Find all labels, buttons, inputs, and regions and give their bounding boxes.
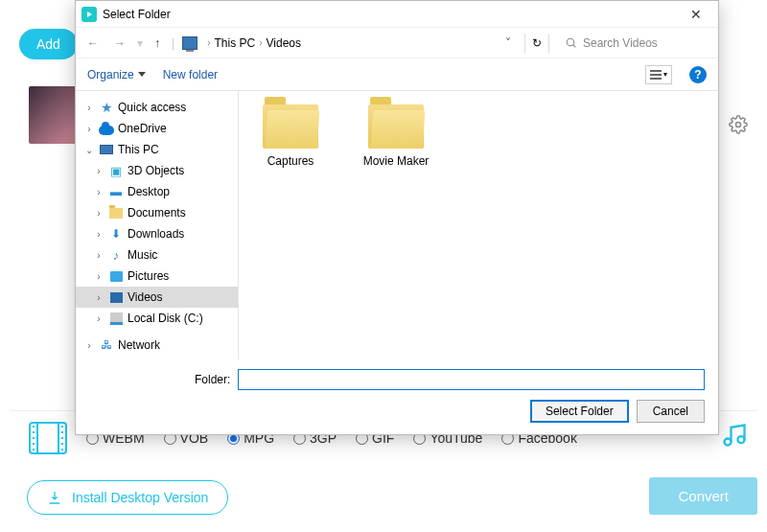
organize-menu[interactable]: Organize — [87, 68, 146, 81]
folder-captures[interactable]: Captures — [252, 104, 329, 168]
dialog-footer: Folder: Select Folder Cancel — [76, 359, 718, 434]
tree-network[interactable]: ›🖧Network — [76, 335, 238, 356]
tree-documents[interactable]: ›Documents — [76, 202, 238, 223]
search-input[interactable]: Search Videos — [557, 36, 710, 50]
tree-thispc[interactable]: ⌄This PC — [76, 139, 238, 160]
folder-label: Movie Maker — [363, 154, 430, 168]
install-desktop-button[interactable]: Install Desktop Version — [27, 480, 228, 515]
nav-forward-icon: → — [110, 35, 129, 52]
folder-tree: ›★Quick access ›OneDrive ⌄This PC ›▣3D O… — [76, 91, 239, 359]
tree-local-disk[interactable]: ›Local Disk (C:) — [76, 308, 238, 329]
folder-field-label: Folder: — [195, 373, 230, 386]
tree-downloads[interactable]: ›⬇Downloads — [76, 223, 238, 244]
select-folder-button[interactable]: Select Folder — [530, 400, 629, 423]
dialog-titlebar: Select Folder ✕ — [76, 1, 718, 28]
tree-3d-objects[interactable]: ›▣3D Objects — [76, 160, 238, 181]
tree-music[interactable]: ›♪Music — [76, 244, 238, 266]
help-icon[interactable]: ? — [689, 66, 707, 83]
pc-icon — [182, 36, 198, 50]
view-options-button[interactable]: ▾ — [645, 65, 672, 84]
tree-onedrive[interactable]: ›OneDrive — [76, 118, 238, 139]
tree-pictures[interactable]: ›Pictures — [76, 266, 238, 287]
chevron-down-icon — [138, 72, 146, 77]
tree-videos[interactable]: ›Videos — [76, 287, 238, 308]
convert-button[interactable]: Convert — [649, 477, 757, 515]
select-folder-dialog: Select Folder ✕ ← → ▾ ↑ | › This PC › Vi… — [75, 0, 719, 435]
folder-content[interactable]: Captures Movie Maker — [239, 91, 718, 359]
folder-icon — [368, 104, 424, 149]
film-icon — [29, 422, 67, 454]
dialog-toolbar: Organize New folder ▾ ? — [76, 58, 718, 91]
folder-movie-maker[interactable]: Movie Maker — [358, 104, 434, 168]
svg-point-1 — [725, 439, 732, 446]
dialog-title: Select Folder — [103, 8, 171, 21]
nav-up-icon[interactable]: ↑ — [151, 35, 164, 52]
music-icon[interactable] — [721, 422, 748, 452]
search-placeholder: Search Videos — [583, 36, 658, 50]
crumb-videos[interactable]: Videos — [267, 36, 301, 50]
folder-label: Captures — [267, 154, 314, 168]
tree-desktop[interactable]: ›▬Desktop — [76, 181, 238, 202]
breadcrumb-dropdown-icon[interactable]: ˅ — [309, 36, 517, 50]
svg-point-0 — [736, 123, 741, 127]
cancel-button[interactable]: Cancel — [637, 400, 705, 423]
svg-point-3 — [567, 38, 574, 46]
new-folder-button[interactable]: New folder — [163, 68, 218, 81]
folder-field[interactable] — [238, 369, 705, 390]
app-logo-icon — [81, 7, 97, 22]
svg-point-2 — [738, 436, 745, 443]
nav-back-icon[interactable]: ← — [83, 35, 103, 52]
folder-icon — [263, 104, 318, 149]
search-icon — [565, 36, 577, 49]
refresh-icon[interactable]: ↻ — [524, 34, 549, 53]
settings-icon[interactable] — [729, 115, 748, 138]
breadcrumb[interactable]: › This PC › Videos — [205, 36, 301, 50]
add-button[interactable]: Add — [19, 29, 78, 59]
dialog-navbar: ← → ▾ ↑ | › This PC › Videos ˅ ↻ Search … — [76, 28, 718, 58]
crumb-thispc[interactable]: This PC — [214, 36, 255, 50]
close-icon[interactable]: ✕ — [678, 2, 714, 27]
tree-quick-access[interactable]: ›★Quick access — [76, 97, 238, 118]
